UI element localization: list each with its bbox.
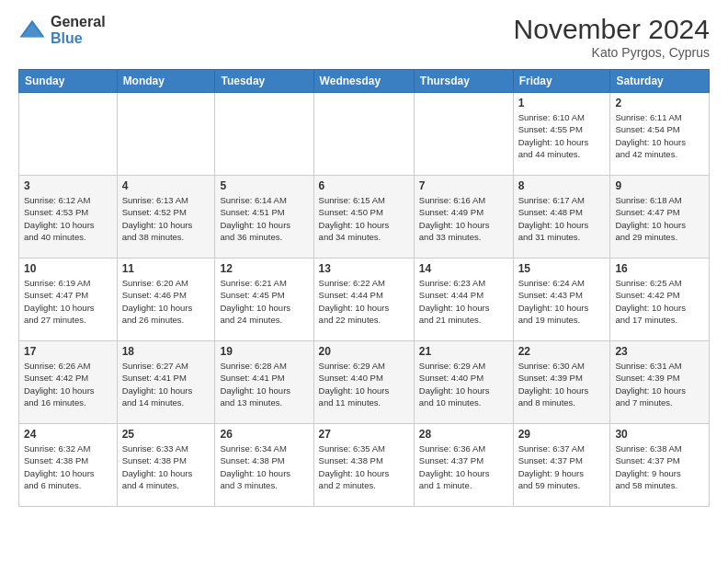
calendar-cell: 28Sunrise: 6:36 AM Sunset: 4:37 PM Dayli… bbox=[414, 424, 513, 507]
day-number: 15 bbox=[518, 262, 606, 275]
day-info: Sunrise: 6:37 AM Sunset: 4:37 PM Dayligh… bbox=[518, 442, 606, 491]
calendar-body: 1Sunrise: 6:10 AM Sunset: 4:55 PM Daylig… bbox=[19, 93, 710, 507]
day-info: Sunrise: 6:29 AM Sunset: 4:40 PM Dayligh… bbox=[419, 360, 508, 408]
day-number: 28 bbox=[419, 428, 508, 441]
calendar-cell: 7Sunrise: 6:16 AM Sunset: 4:49 PM Daylig… bbox=[414, 176, 513, 259]
logo: General Blue bbox=[18, 14, 106, 46]
calendar-table: SundayMondayTuesdayWednesdayThursdayFrid… bbox=[18, 69, 710, 507]
day-number: 7 bbox=[419, 179, 508, 192]
calendar-cell: 5Sunrise: 6:14 AM Sunset: 4:51 PM Daylig… bbox=[215, 176, 313, 259]
day-number: 8 bbox=[518, 179, 606, 192]
day-number: 14 bbox=[419, 262, 508, 275]
logo-blue: Blue bbox=[51, 30, 106, 47]
day-info: Sunrise: 6:15 AM Sunset: 4:50 PM Dayligh… bbox=[319, 194, 409, 243]
day-number: 2 bbox=[615, 97, 704, 109]
day-number: 30 bbox=[615, 428, 704, 441]
weekday-header: Wednesday bbox=[313, 70, 414, 93]
day-info: Sunrise: 6:21 AM Sunset: 4:45 PM Dayligh… bbox=[220, 277, 308, 326]
calendar-week-row: 17Sunrise: 6:26 AM Sunset: 4:42 PM Dayli… bbox=[19, 341, 710, 424]
calendar-cell: 12Sunrise: 6:21 AM Sunset: 4:45 PM Dayli… bbox=[215, 259, 313, 341]
day-number: 4 bbox=[122, 179, 210, 192]
logo-icon bbox=[18, 17, 46, 44]
logo-text: General Blue bbox=[51, 14, 106, 46]
calendar-cell: 30Sunrise: 6:38 AM Sunset: 4:37 PM Dayli… bbox=[610, 424, 710, 507]
day-info: Sunrise: 6:34 AM Sunset: 4:38 PM Dayligh… bbox=[220, 442, 308, 491]
calendar-cell bbox=[117, 93, 215, 176]
day-info: Sunrise: 6:16 AM Sunset: 4:49 PM Dayligh… bbox=[419, 194, 508, 243]
calendar-cell: 23Sunrise: 6:31 AM Sunset: 4:39 PM Dayli… bbox=[610, 341, 710, 424]
calendar-week-row: 1Sunrise: 6:10 AM Sunset: 4:55 PM Daylig… bbox=[19, 93, 710, 176]
title-block: November 2024 Kato Pyrgos, Cyprus bbox=[514, 14, 710, 60]
day-info: Sunrise: 6:33 AM Sunset: 4:38 PM Dayligh… bbox=[122, 442, 210, 491]
day-number: 22 bbox=[518, 345, 606, 358]
day-number: 25 bbox=[122, 428, 210, 441]
calendar-cell: 20Sunrise: 6:29 AM Sunset: 4:40 PM Dayli… bbox=[313, 341, 414, 424]
day-number: 26 bbox=[220, 428, 308, 441]
day-info: Sunrise: 6:38 AM Sunset: 4:37 PM Dayligh… bbox=[615, 442, 704, 491]
day-info: Sunrise: 6:14 AM Sunset: 4:51 PM Dayligh… bbox=[220, 194, 308, 243]
calendar-cell: 6Sunrise: 6:15 AM Sunset: 4:50 PM Daylig… bbox=[313, 176, 414, 259]
weekday-header: Sunday bbox=[19, 70, 118, 93]
calendar-cell bbox=[215, 93, 313, 176]
calendar-cell: 29Sunrise: 6:37 AM Sunset: 4:37 PM Dayli… bbox=[513, 424, 610, 507]
day-info: Sunrise: 6:22 AM Sunset: 4:44 PM Dayligh… bbox=[319, 277, 409, 326]
calendar-header: SundayMondayTuesdayWednesdayThursdayFrid… bbox=[19, 70, 710, 93]
day-number: 20 bbox=[319, 345, 409, 358]
day-number: 24 bbox=[24, 428, 112, 441]
day-info: Sunrise: 6:24 AM Sunset: 4:43 PM Dayligh… bbox=[518, 277, 606, 326]
weekday-header: Friday bbox=[513, 70, 610, 93]
logo-general: General bbox=[51, 14, 106, 30]
weekday-header: Saturday bbox=[610, 70, 710, 93]
day-number: 6 bbox=[319, 179, 409, 192]
day-number: 9 bbox=[615, 179, 704, 192]
calendar-cell: 8Sunrise: 6:17 AM Sunset: 4:48 PM Daylig… bbox=[513, 176, 610, 259]
day-info: Sunrise: 6:29 AM Sunset: 4:40 PM Dayligh… bbox=[319, 360, 409, 408]
day-number: 18 bbox=[122, 345, 210, 358]
day-info: Sunrise: 6:25 AM Sunset: 4:42 PM Dayligh… bbox=[615, 277, 704, 326]
day-info: Sunrise: 6:12 AM Sunset: 4:53 PM Dayligh… bbox=[24, 194, 112, 243]
calendar-cell: 26Sunrise: 6:34 AM Sunset: 4:38 PM Dayli… bbox=[215, 424, 313, 507]
day-info: Sunrise: 6:23 AM Sunset: 4:44 PM Dayligh… bbox=[419, 277, 508, 326]
calendar-cell bbox=[19, 93, 118, 176]
calendar-cell: 18Sunrise: 6:27 AM Sunset: 4:41 PM Dayli… bbox=[117, 341, 215, 424]
day-number: 1 bbox=[518, 97, 606, 109]
month-title: November 2024 bbox=[514, 14, 710, 45]
day-info: Sunrise: 6:17 AM Sunset: 4:48 PM Dayligh… bbox=[518, 194, 606, 243]
calendar-week-row: 24Sunrise: 6:32 AM Sunset: 4:38 PM Dayli… bbox=[19, 424, 710, 507]
calendar-wrapper: SundayMondayTuesdayWednesdayThursdayFrid… bbox=[0, 69, 728, 516]
calendar-cell: 21Sunrise: 6:29 AM Sunset: 4:40 PM Dayli… bbox=[414, 341, 513, 424]
calendar-cell: 27Sunrise: 6:35 AM Sunset: 4:38 PM Dayli… bbox=[313, 424, 414, 507]
calendar-cell: 17Sunrise: 6:26 AM Sunset: 4:42 PM Dayli… bbox=[19, 341, 118, 424]
calendar-week-row: 3Sunrise: 6:12 AM Sunset: 4:53 PM Daylig… bbox=[19, 176, 710, 259]
weekday-row: SundayMondayTuesdayWednesdayThursdayFrid… bbox=[19, 70, 710, 93]
calendar-cell: 19Sunrise: 6:28 AM Sunset: 4:41 PM Dayli… bbox=[215, 341, 313, 424]
calendar-cell bbox=[313, 93, 414, 176]
day-number: 27 bbox=[319, 428, 409, 441]
day-number: 5 bbox=[220, 179, 308, 192]
day-info: Sunrise: 6:10 AM Sunset: 4:55 PM Dayligh… bbox=[518, 111, 606, 160]
calendar-cell: 1Sunrise: 6:10 AM Sunset: 4:55 PM Daylig… bbox=[513, 93, 610, 176]
day-info: Sunrise: 6:18 AM Sunset: 4:47 PM Dayligh… bbox=[615, 194, 704, 243]
day-info: Sunrise: 6:31 AM Sunset: 4:39 PM Dayligh… bbox=[615, 360, 704, 408]
day-number: 17 bbox=[24, 345, 112, 358]
weekday-header: Tuesday bbox=[215, 70, 313, 93]
day-info: Sunrise: 6:20 AM Sunset: 4:46 PM Dayligh… bbox=[122, 277, 210, 326]
day-info: Sunrise: 6:27 AM Sunset: 4:41 PM Dayligh… bbox=[122, 360, 210, 408]
calendar-cell: 10Sunrise: 6:19 AM Sunset: 4:47 PM Dayli… bbox=[19, 259, 118, 341]
day-number: 16 bbox=[615, 262, 704, 275]
day-number: 19 bbox=[220, 345, 308, 358]
calendar-cell: 11Sunrise: 6:20 AM Sunset: 4:46 PM Dayli… bbox=[117, 259, 215, 341]
day-number: 29 bbox=[518, 428, 606, 441]
day-info: Sunrise: 6:36 AM Sunset: 4:37 PM Dayligh… bbox=[419, 442, 508, 491]
day-info: Sunrise: 6:13 AM Sunset: 4:52 PM Dayligh… bbox=[122, 194, 210, 243]
day-info: Sunrise: 6:26 AM Sunset: 4:42 PM Dayligh… bbox=[24, 360, 112, 408]
calendar-cell bbox=[414, 93, 513, 176]
weekday-header: Monday bbox=[117, 70, 215, 93]
calendar-cell: 24Sunrise: 6:32 AM Sunset: 4:38 PM Dayli… bbox=[19, 424, 118, 507]
calendar-cell: 25Sunrise: 6:33 AM Sunset: 4:38 PM Dayli… bbox=[117, 424, 215, 507]
day-info: Sunrise: 6:35 AM Sunset: 4:38 PM Dayligh… bbox=[319, 442, 409, 491]
calendar-cell: 9Sunrise: 6:18 AM Sunset: 4:47 PM Daylig… bbox=[610, 176, 710, 259]
day-number: 21 bbox=[419, 345, 508, 358]
weekday-header: Thursday bbox=[414, 70, 513, 93]
calendar-cell: 22Sunrise: 6:30 AM Sunset: 4:39 PM Dayli… bbox=[513, 341, 610, 424]
